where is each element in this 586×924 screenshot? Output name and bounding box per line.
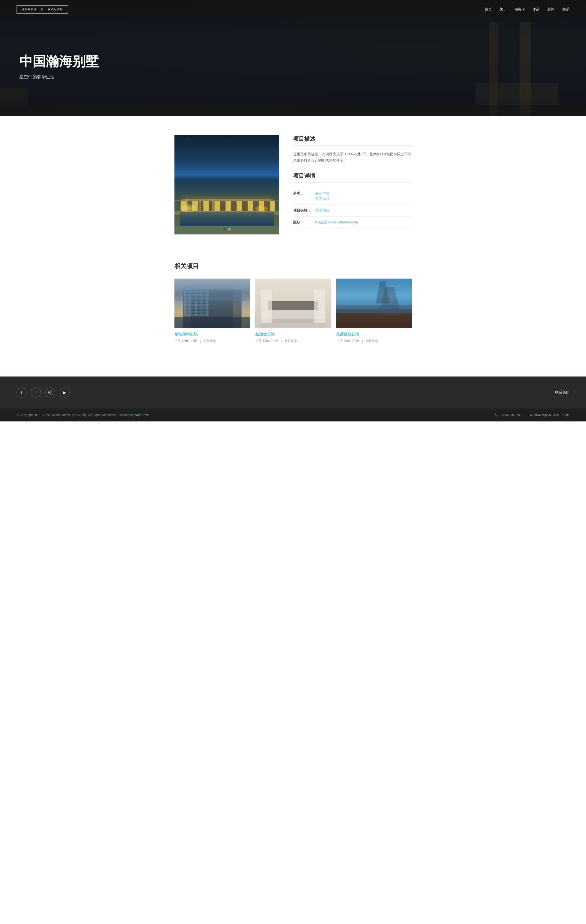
related-item-1[interactable]: 曼彻斯特机场 2月 13th, 2015 | 0条评论 — [174, 279, 250, 343]
related-sep-3: | — [362, 339, 363, 343]
project-details-title: 项目详情 — [293, 172, 412, 183]
copyright-link[interactable]: KS主题 www.kstheme.com — [315, 220, 412, 225]
project-section: 项目描述 这里是项目描述，此项目完成于2020年6月6日，是为XXXX集团有限公… — [174, 135, 412, 234]
related-image-2 — [255, 279, 331, 328]
social-twitter[interactable]: t — [31, 388, 41, 398]
dot-1[interactable] — [223, 228, 226, 231]
project-desc-title: 项目描述 — [293, 135, 412, 146]
footer-top: f t ▶ 联系我们 — [0, 376, 586, 409]
light-glow1 — [180, 204, 197, 212]
bedroom-lamp2 — [314, 290, 325, 323]
nav-link-about[interactable]: 关于 — [500, 7, 507, 11]
svg-point-2 — [51, 391, 51, 392]
email-icon: ✉ — [530, 413, 532, 416]
related-image-3 — [336, 279, 412, 328]
related-sep-2: | — [281, 339, 282, 343]
light-glow2 — [255, 206, 268, 212]
footer: f t ▶ 联系我们 © Copyright 2012 - 2020 | Ava… — [0, 376, 586, 421]
slider-dots — [223, 228, 231, 231]
nav-link-portfolio[interactable]: 作品 — [533, 7, 540, 11]
related-comment-3: 0条评论 — [366, 339, 378, 343]
social-facebook[interactable]: f — [17, 388, 26, 398]
sunset-pool — [336, 305, 412, 313]
social-instagram[interactable] — [45, 388, 55, 398]
nav-item-about[interactable]: 关于 — [500, 7, 507, 12]
related-grid: 曼彻斯特机场 2月 13th, 2015 | 0条评论 — [174, 279, 412, 343]
copy-text: © Copyright 2012 - 2020 | Avada Theme by — [17, 413, 76, 416]
related-item-3[interactable]: 圣露西亚日落 2月 13th, 2015 | 0条评论 — [336, 279, 412, 343]
footer-contact-button[interactable]: 联系我们 — [555, 390, 569, 395]
related-comment-1: 0条评论 — [204, 339, 216, 343]
bedroom-lamp — [261, 290, 272, 323]
category-link-interior[interactable]: 室内设计 — [315, 196, 412, 201]
nav-link-services[interactable]: 服务 ▾ — [515, 7, 525, 11]
star3 — [230, 139, 230, 140]
nav-link-news[interactable]: 新闻 — [547, 7, 555, 11]
airport-sky — [174, 279, 250, 300]
related-meta-2: 2月 13th, 2015 | 0条评论 — [255, 339, 331, 343]
svg-point-1 — [50, 392, 51, 393]
nav-item-services[interactable]: 服务 ▾ — [515, 7, 525, 12]
airport-base — [174, 317, 250, 328]
hero-title: 中国瀚海别墅 — [19, 53, 99, 70]
pool-reflection — [180, 212, 274, 226]
nav-link-contact[interactable]: 联系 — [562, 7, 569, 11]
related-name-1[interactable]: 曼彻斯特机场 — [174, 332, 250, 337]
nav-item-portfolio[interactable]: 作品 — [533, 7, 540, 12]
villa-pool — [180, 212, 274, 226]
related-name-3[interactable]: 圣露西亚日落 — [336, 332, 412, 337]
main-nav: 首页 关于 服务 ▾ 作品 新闻 联系 — [485, 7, 569, 12]
related-section: 相关项目 曼彻斯特机场 2月 13th, 2015 — [174, 256, 412, 360]
instagram-icon — [48, 391, 52, 394]
nav-item-news[interactable]: 新闻 — [547, 7, 555, 12]
copy-rights: | All Rights Reserved | Powered by — [87, 413, 134, 416]
villa-column3 — [212, 199, 214, 212]
category-link-commercial[interactable]: 商业广告 — [315, 191, 412, 196]
related-item-2[interactable]: 新加坡天际 2月 13th, 2015 | 0条评论 — [255, 279, 331, 343]
footer-bottom: © Copyright 2012 - 2020 | Avada Theme by… — [0, 409, 586, 421]
link-value: 查看项目 — [315, 208, 412, 213]
related-name-2[interactable]: 新加坡天际 — [255, 332, 331, 337]
footer-email: ✉ ADMIN@KSTHEME.COM — [530, 413, 569, 417]
footer-social: f t ▶ — [17, 388, 70, 398]
footer-contact-info: 📞 1.800.555.6789 ✉ ADMIN@KSTHEME.COM — [495, 413, 570, 417]
detail-row-category: 分类： 商业广告 室内设计 — [293, 188, 412, 205]
hero-content: 中国瀚海别墅 星空中的奢华生活 — [0, 53, 118, 80]
category-value: 商业广告 室内设计 — [315, 191, 412, 201]
phone-icon: 📞 — [495, 413, 498, 416]
image-slider — [174, 135, 279, 234]
nav-item-contact[interactable]: 联系 — [562, 7, 569, 12]
logo-text1: AVADA — [22, 7, 37, 11]
link-label: 项目链接： — [293, 208, 315, 213]
related-comment-2: 0条评论 — [285, 339, 297, 343]
project-link[interactable]: 查看项目 — [315, 208, 412, 213]
villa-column2 — [199, 199, 201, 212]
footer-phone: 📞 1.800.555.6789 — [495, 413, 522, 417]
logo[interactable]: AVADA & AVADA — [17, 5, 68, 13]
related-date-1: 2月 13th, 2015 — [175, 339, 197, 343]
category-label: 分类： — [293, 191, 315, 196]
related-date-3: 2月 13th, 2015 — [337, 339, 359, 343]
related-image-1 — [174, 279, 250, 328]
sunset-sky — [336, 279, 412, 295]
project-info: 项目描述 这里是项目描述，此项目完成于2020年6月6日，是为XXXX集团有限公… — [293, 135, 412, 228]
footer-copyright: © Copyright 2012 - 2020 | Avada Theme by… — [17, 413, 149, 417]
copy-link-wp[interactable]: WordPress — [134, 413, 149, 416]
related-date-2: 2月 13th, 2015 — [257, 339, 278, 343]
nav-list: 首页 关于 服务 ▾ 作品 新闻 联系 — [485, 7, 569, 12]
header: AVADA & AVADA 首页 关于 服务 ▾ 作品 新闻 联系 — [0, 0, 586, 18]
logo-separator: & — [41, 7, 44, 11]
main-content: 项目描述 这里是项目描述，此项目完成于2020年6月6日，是为XXXX集团有限公… — [169, 116, 417, 376]
logo-text2: AVADA — [48, 7, 63, 11]
copyright-label: 版权： — [293, 220, 315, 225]
copyright-value: KS主题 www.kstheme.com — [315, 220, 412, 225]
nav-link-home[interactable]: 首页 — [485, 7, 492, 11]
dot-2[interactable] — [228, 228, 231, 231]
project-desc-text: 这里是项目描述，此项目完成于2020年6月6日，是为XXXX集团有限公司李总量身… — [293, 151, 412, 164]
copy-link-ks[interactable]: KS主题 — [76, 413, 86, 416]
related-sep-1: | — [200, 339, 201, 343]
nav-item-home[interactable]: 首页 — [485, 7, 492, 12]
detail-row-copyright: 版权： KS主题 www.kstheme.com — [293, 216, 412, 228]
social-youtube[interactable]: ▶ — [60, 388, 70, 398]
hero-subtitle: 星空中的奢华生活 — [19, 74, 99, 80]
